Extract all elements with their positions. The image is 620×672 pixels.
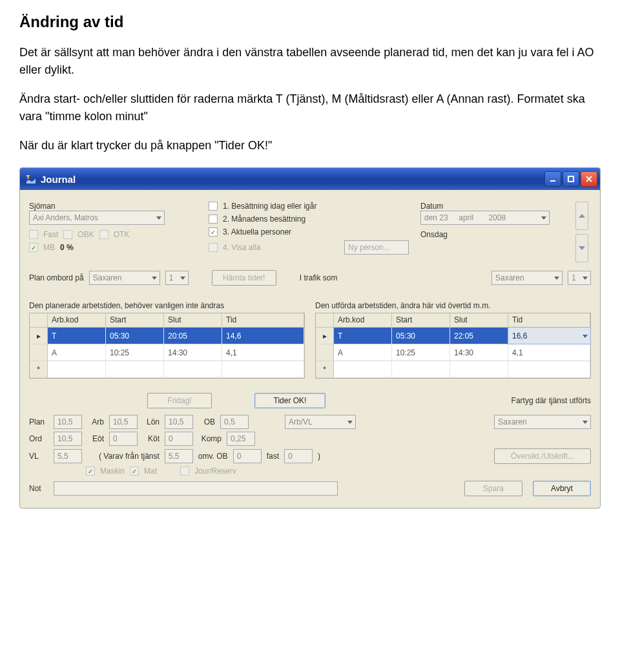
eot-input[interactable]: 0: [109, 432, 138, 446]
svg-rect-1: [26, 175, 30, 176]
maskin-label: Maskin: [100, 467, 125, 476]
cell-kod[interactable]: A: [334, 344, 392, 361]
planned-table: Arb.kod Start Slut Tid ▸ T 05:30 20:05 1…: [29, 313, 305, 379]
lon-label: Lön: [143, 417, 160, 426]
table-row[interactable]: A 10:25 14:30 4,1: [316, 344, 590, 361]
performed-table-title: Den utförda arbetstiden, ändra här vid ö…: [315, 301, 591, 310]
cell-kod[interactable]: T: [334, 328, 392, 344]
cell-kod[interactable]: A: [48, 344, 106, 361]
itrafik-num-select[interactable]: 1: [568, 271, 591, 285]
ord-input[interactable]: 10,5: [54, 432, 82, 446]
opt3-label: 3. Aktuella personer: [223, 227, 291, 236]
arbvl-select[interactable]: Arb/VL: [285, 415, 356, 429]
nyperson-input[interactable]: Ny person...: [344, 240, 409, 255]
opt2-checkbox[interactable]: [209, 215, 218, 224]
table-row[interactable]: A 10:25 14:30 4,1: [30, 344, 304, 361]
cell-tid[interactable]: 14,6: [222, 328, 304, 344]
cell-tid-selected[interactable]: 16,6: [508, 328, 590, 344]
mb-checkbox[interactable]: ✓: [29, 243, 38, 252]
table-row-new[interactable]: *: [30, 361, 304, 378]
plan-input[interactable]: 10,5: [54, 415, 82, 429]
cell-start[interactable]: 05:30: [106, 328, 164, 344]
performed-table: Arb.kod Start Slut Tid ▸ T 05:30 22:05 1…: [315, 313, 591, 379]
datum-scroll-down[interactable]: [575, 234, 588, 262]
fridag-button[interactable]: Fridag!: [147, 393, 212, 408]
tider-ok-button[interactable]: Tider OK!: [254, 393, 326, 408]
opt2-label: 2. Månadens besättning: [223, 215, 305, 224]
spara-button[interactable]: Spara: [464, 481, 522, 496]
maximize-button[interactable]: [563, 171, 579, 187]
page-heading: Ändring av tid: [19, 13, 601, 31]
table-row-new[interactable]: *: [316, 361, 590, 378]
sjoman-label: Sjöman: [29, 202, 197, 211]
table-row[interactable]: ▸ T 05:30 22:05 16,6: [316, 328, 590, 344]
cell-tid[interactable]: 4,1: [508, 344, 590, 361]
itrafik-ship-select[interactable]: Saxaren: [491, 271, 563, 285]
otk-label: OTK: [114, 230, 130, 239]
ob-input[interactable]: 0,5: [220, 415, 249, 429]
planombord-num-select[interactable]: 1: [165, 271, 189, 285]
eot-label: Eöt: [87, 434, 104, 443]
mb-pct: 0 %: [60, 243, 74, 252]
titlebar[interactable]: Journal: [20, 168, 600, 190]
cell-start[interactable]: 10:25: [392, 344, 450, 361]
planombord-label: Plan ombord på: [29, 273, 84, 282]
col-tid: Tid: [222, 313, 304, 327]
cell-slut[interactable]: 14:30: [450, 344, 508, 361]
hamta-tider-button[interactable]: Hämta tider!: [212, 270, 276, 286]
sjoman-select[interactable]: Axi Anders, Matros: [29, 211, 165, 225]
datum-select[interactable]: den 23 april 2008: [420, 211, 550, 225]
row-selector-icon: ▸: [30, 328, 48, 344]
kot-input[interactable]: 0: [165, 432, 193, 446]
opt3-checkbox[interactable]: ✓: [209, 227, 218, 236]
fast-input[interactable]: 0: [284, 449, 313, 463]
not-input[interactable]: [54, 481, 338, 496]
opt1-checkbox[interactable]: [209, 202, 218, 211]
cell-start[interactable]: 10:25: [106, 344, 164, 361]
kot-label: Köt: [143, 434, 160, 443]
komp-input[interactable]: 0,25: [227, 432, 255, 446]
app-icon: [25, 173, 37, 185]
mat-checkbox[interactable]: ✓: [130, 467, 139, 476]
obk-checkbox[interactable]: [63, 230, 72, 239]
omv-input[interactable]: 0: [233, 449, 262, 463]
table-row[interactable]: ▸ T 05:30 20:05 14,6: [30, 328, 304, 344]
opt4-checkbox[interactable]: [209, 243, 218, 252]
fast-checkbox[interactable]: [29, 230, 38, 239]
planned-table-title: Den planerade arbetstiden, behöver vanli…: [29, 301, 305, 310]
cell-slut[interactable]: 20:05: [164, 328, 222, 344]
maskin-checkbox[interactable]: ✓: [86, 467, 95, 476]
minimize-button[interactable]: [544, 171, 561, 187]
cell-slut[interactable]: 14:30: [164, 344, 222, 361]
weekday-label: Onsdag: [420, 230, 570, 239]
fartyg-select[interactable]: Saxaren: [494, 415, 591, 429]
oversikt-button[interactable]: Översikt./Utskrift...: [494, 448, 591, 464]
otk-checkbox[interactable]: [99, 230, 108, 239]
close-button[interactable]: [581, 171, 597, 187]
paren-close: ): [318, 452, 320, 461]
intro-paragraph-2: Ändra start- och/eller sluttiden för rad…: [19, 90, 601, 125]
vl-input[interactable]: 5,5: [54, 449, 82, 463]
cell-kod[interactable]: T: [48, 328, 106, 344]
cell-tid[interactable]: 4,1: [222, 344, 304, 361]
ord-label: Ord: [29, 434, 48, 443]
avbryt-button[interactable]: Avbryt: [533, 481, 591, 496]
window-title: Journal: [41, 174, 76, 185]
jour-checkbox[interactable]: [180, 467, 189, 476]
col-arbkod: Arb.kod: [48, 313, 106, 327]
fast-label2: fast: [267, 452, 279, 461]
arb-label: Arb: [87, 417, 104, 426]
datum-scroll-up[interactable]: [575, 202, 588, 230]
cell-slut[interactable]: 22:05: [450, 328, 508, 344]
lon-input[interactable]: 10,5: [165, 415, 193, 429]
col-arbkod: Arb.kod: [334, 313, 392, 327]
arb-input[interactable]: 10,5: [109, 415, 138, 429]
planombord-ship-select[interactable]: Saxaren: [89, 271, 160, 285]
fast-label: Fast: [43, 230, 58, 239]
col-start: Start: [106, 313, 164, 327]
cell-start[interactable]: 05:30: [392, 328, 450, 344]
not-label: Not: [29, 484, 48, 493]
jour-label: Jour/Reserv: [194, 467, 236, 476]
varav-input[interactable]: 5,5: [165, 449, 193, 463]
opt1-label: 1. Besättning idag eller igår: [223, 202, 316, 211]
